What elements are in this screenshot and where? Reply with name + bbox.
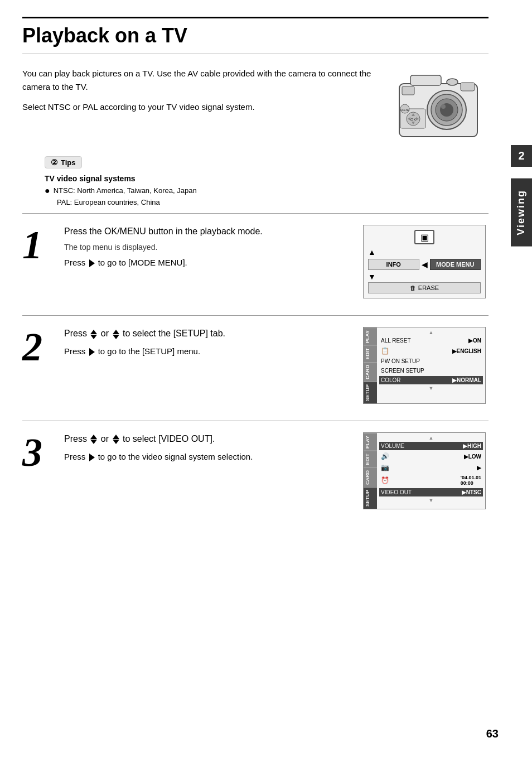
tab-setup-3: SETUP bbox=[364, 487, 377, 509]
tri-down-icon-4 bbox=[113, 440, 119, 444]
camera-illustration: OK SCENE bbox=[394, 67, 483, 145]
step-2-instruction: Press to go to the [SETUP] menu. bbox=[64, 345, 349, 358]
sound-icon: 🔊 bbox=[381, 452, 389, 460]
tab-edit-3: EDIT bbox=[364, 451, 377, 467]
tri-down-icon-2 bbox=[113, 335, 119, 339]
tri-up-icon bbox=[90, 330, 97, 334]
time-icon: ⏰ bbox=[381, 476, 389, 484]
tab-card: CARD bbox=[364, 362, 377, 382]
menu-d1-erase-btn: 🗑 ERASE bbox=[368, 282, 481, 293]
svg-point-8 bbox=[447, 79, 458, 85]
step-1-image: ▣ ▲ INFO ◀ MODE MENU ▼ 🗑 ER bbox=[360, 225, 489, 298]
tips-icon: ② bbox=[51, 158, 58, 167]
up-down-arrows-2 bbox=[113, 330, 119, 339]
bullet-icon: ● bbox=[45, 185, 50, 197]
svg-rect-6 bbox=[410, 75, 441, 85]
step-3-content: Press or to select [VIDEO OUT]. Press bbox=[64, 432, 349, 509]
step-2-section: 2 Press or to select the [SETUP] tab. bbox=[22, 315, 489, 415]
camera-image-area: OK SCENE bbox=[388, 67, 489, 145]
svg-text:OK: OK bbox=[410, 118, 416, 122]
tab-edit: EDIT bbox=[364, 345, 377, 362]
menu-d3-item-img: 📷 ▶ bbox=[379, 462, 483, 472]
intro-section: You can play back pictures on a TV. Use … bbox=[22, 67, 489, 145]
menu-d2-content: ▲ ALL RESET ▶ON 📋 ▶ENGLISH PW ON SETUP bbox=[377, 327, 485, 403]
step-2-number: 2 bbox=[22, 327, 53, 404]
intro-paragraph-2: Select NTSC or PAL according to your TV … bbox=[22, 100, 377, 114]
right-arrow-icon-2 bbox=[89, 348, 95, 356]
tri-down-icon-3 bbox=[90, 440, 97, 444]
up-down-arrows-3 bbox=[90, 435, 97, 444]
step-3-number: 3 bbox=[22, 432, 53, 509]
menu-d3-item-volume: VOLUME ▶HIGH bbox=[379, 442, 483, 450]
tips-content: TV video signal systems ● NTSC: North Am… bbox=[45, 174, 489, 208]
right-arrow-icon bbox=[89, 259, 95, 267]
menu-d3-item-time: ⏰ '04.01.01 00:00 bbox=[379, 474, 483, 487]
step-1-section: 1 Press the OK/MENU button in the playba… bbox=[22, 213, 489, 310]
tri-up-icon-2 bbox=[113, 330, 119, 334]
step-2-image: PLAY EDIT CARD SETUP ▲ ALL RESET ▶ON 📋 bbox=[360, 327, 489, 404]
up-down-arrows-1 bbox=[90, 330, 97, 339]
tips-label: Tips bbox=[61, 158, 76, 167]
step-3-text: Press or to select [VIDEO OUT]. bbox=[64, 432, 349, 446]
menu-d1-playback-icon: ▣ bbox=[414, 230, 434, 244]
menu-d2-tabs: PLAY EDIT CARD SETUP bbox=[364, 327, 377, 403]
menu-d1-up-arrow: ▲ bbox=[368, 248, 376, 257]
img-icon: 📷 bbox=[381, 464, 389, 471]
erase-icon: 🗑 bbox=[410, 285, 416, 291]
tips-item-1: ● NTSC: North America, Taiwan, Korea, Ja… bbox=[45, 185, 489, 197]
step-1-content: Press the OK/MENU button in the playback… bbox=[64, 225, 349, 298]
tab-number: 2 bbox=[511, 145, 532, 167]
intro-text: You can play back pictures on a TV. Use … bbox=[22, 67, 377, 145]
tips-title: TV video signal systems bbox=[45, 174, 489, 183]
step-2-text: Press or to select the [SETUP] tab. bbox=[64, 327, 349, 340]
page-number: 63 bbox=[486, 727, 499, 740]
step-1-instruction: Press to go to [MODE MENU]. bbox=[64, 256, 349, 269]
menu-d1-down-arrow: ▼ bbox=[368, 272, 376, 281]
tab-setup: SETUP bbox=[364, 382, 377, 403]
intro-paragraph-1: You can play back pictures on a TV. Use … bbox=[22, 67, 377, 94]
svg-point-5 bbox=[441, 104, 446, 109]
menu-diagram-3: PLAY EDIT CARD SETUP ▲ VOLUME ▶HIGH 🔊 bbox=[363, 432, 486, 509]
step-1-number: 1 bbox=[22, 225, 53, 298]
right-arrow-icon-3 bbox=[89, 454, 95, 461]
menu-d2-item-pwon: PW ON SETUP bbox=[379, 357, 483, 365]
menu-d3-item-sound: 🔊 ▶LOW bbox=[379, 451, 483, 461]
menu-diagram-2: PLAY EDIT CARD SETUP ▲ ALL RESET ▶ON 📋 bbox=[363, 327, 486, 404]
tri-down-icon bbox=[90, 335, 97, 339]
menu-d2-item-screen: SCREEN SETUP bbox=[379, 367, 483, 375]
svg-rect-18 bbox=[461, 83, 475, 91]
svg-text:SCENE: SCENE bbox=[400, 108, 410, 112]
tri-up-icon-3 bbox=[90, 435, 97, 439]
tab-play: PLAY bbox=[364, 327, 377, 345]
tips-badge: ② Tips bbox=[45, 156, 82, 168]
step-3-image: PLAY EDIT CARD SETUP ▲ VOLUME ▶HIGH 🔊 bbox=[360, 432, 489, 509]
tips-item-2: PAL: European countries, China bbox=[45, 197, 489, 208]
tab-play-3: PLAY bbox=[364, 433, 377, 451]
menu-d1-info-btn: INFO bbox=[368, 259, 419, 270]
up-down-arrows-4 bbox=[113, 435, 119, 444]
menu-d3-tabs: PLAY EDIT CARD SETUP bbox=[364, 433, 377, 509]
svg-rect-7 bbox=[402, 86, 414, 95]
menu-d2-item-lang: 📋 ▶ENGLISH bbox=[379, 346, 483, 356]
menu-d3-content: ▲ VOLUME ▶HIGH 🔊 ▶LOW 📷 bbox=[377, 433, 485, 509]
side-tab-label: Viewing bbox=[511, 179, 532, 247]
menu-d1-right-arrow: ◀ bbox=[422, 260, 428, 269]
step-3-instruction: Press to go to the video signal system s… bbox=[64, 450, 349, 464]
tri-up-icon-4 bbox=[113, 435, 119, 439]
menu-d1-row-1: INFO ◀ MODE MENU bbox=[368, 259, 481, 270]
menu-d3-item-videoout: VIDEO OUT ▶NTSC bbox=[379, 488, 483, 496]
menu-d2-item-allreset: ALL RESET ▶ON bbox=[379, 336, 483, 345]
step-3-section: 3 Press or to select [VIDEO OUT]. bbox=[22, 421, 489, 520]
menu-diagram-1: ▣ ▲ INFO ◀ MODE MENU ▼ 🗑 ER bbox=[363, 225, 486, 298]
menu-d1-modemenu-btn: MODE MENU bbox=[430, 259, 481, 270]
page-title: Playback on a TV bbox=[22, 17, 489, 54]
tips-section: ② Tips TV video signal systems ● NTSC: N… bbox=[22, 156, 489, 208]
step-1-text: Press the OK/MENU button in the playback… bbox=[64, 225, 349, 238]
menu-d2-item-color: COLOR ▶NORMAL bbox=[379, 376, 483, 384]
lang-icon: 📋 bbox=[381, 347, 389, 355]
step-2-content: Press or to select the [SETUP] tab. Pres… bbox=[64, 327, 349, 404]
step-1-sub: The top menu is displayed. bbox=[64, 243, 349, 252]
tab-card-3: CARD bbox=[364, 467, 377, 487]
